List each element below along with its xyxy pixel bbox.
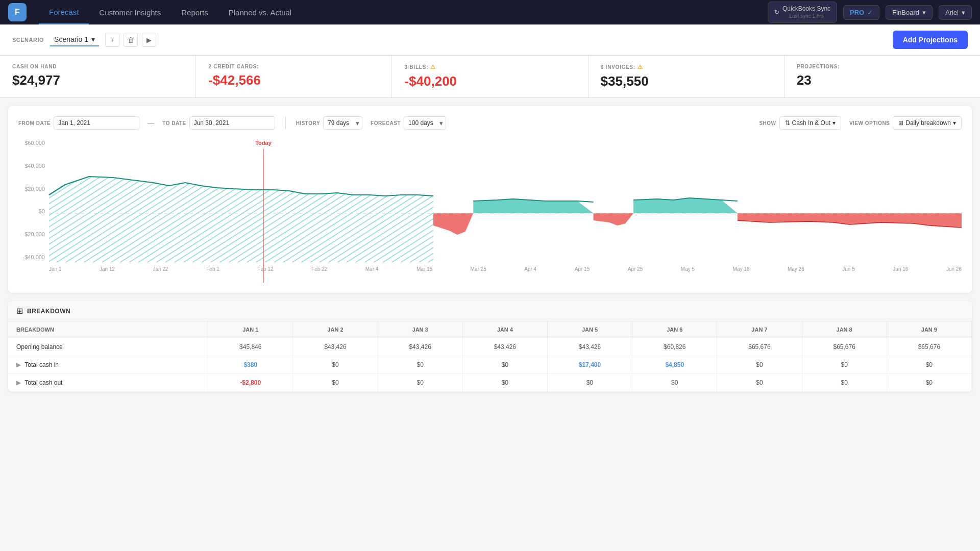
table-header: BREAKDOWN: [8, 321, 208, 338]
table-cell-label: Opening balance: [8, 338, 208, 356]
stat-value: 23: [797, 72, 968, 88]
topbar-right: ↻ QuickBooks Sync Last sync 1 hrs PRO ✓ …: [768, 2, 972, 23]
table-cell: $0: [887, 356, 971, 374]
table-header: JAN 2: [293, 321, 378, 338]
chart-svg: [49, 140, 962, 262]
table-cell: $43,426: [462, 338, 547, 356]
forecast-group: FORECAST 100 days: [371, 116, 446, 130]
scenario-actions: + 🗑 ▶: [105, 33, 156, 47]
x-axis-label: May 5: [681, 266, 695, 272]
table-row: ▶ Total cash in$380$0$0$0$17,400$4,850$0…: [8, 356, 972, 374]
chevron-down-icon: ▾: [962, 9, 965, 16]
nav-item-reports[interactable]: Reports: [171, 0, 218, 24]
view-options-selector[interactable]: ⊞ Daily breakdown ▾: [893, 116, 962, 130]
table-cell: $43,426: [547, 338, 632, 356]
x-axis-label: Jan 12: [100, 266, 115, 272]
table-cell: $0: [802, 356, 887, 374]
table-cell: $0: [462, 374, 547, 392]
expand-icon[interactable]: ▶: [16, 379, 22, 386]
table-header: JAN 3: [378, 321, 462, 338]
main-content: SCENARIO Scenario 1 ▾ + 🗑 ▶ Add Projecti…: [0, 24, 980, 551]
table-cell: $380: [208, 356, 293, 374]
nav-item-customer-insights[interactable]: Customer Insights: [89, 0, 171, 24]
check-icon: ✓: [867, 9, 873, 16]
stat-value: -$40,200: [404, 73, 575, 89]
x-axis-label: Jun 16: [893, 266, 908, 272]
chevron-down-icon: ▾: [953, 119, 956, 127]
table-header: JAN 5: [547, 321, 632, 338]
breakdown-table: BREAKDOWNJAN 1JAN 2JAN 3JAN 4JAN 5JAN 6J…: [8, 321, 972, 392]
table-cell: $45,846: [208, 338, 293, 356]
show-selector[interactable]: ⇅ Cash In & Out ▾: [779, 116, 841, 130]
nav-item-planned-vs.-actual[interactable]: Planned vs. Actual: [218, 0, 302, 24]
x-axis-label: Apr 25: [628, 266, 643, 272]
table-cell: $0: [717, 356, 802, 374]
org-selector[interactable]: FinBoard ▾: [886, 5, 933, 20]
y-axis-label: $40,000: [18, 163, 49, 169]
history-group: HISTORY 79 days: [296, 116, 362, 130]
forecast-select[interactable]: 100 days: [404, 116, 446, 130]
table-cell: $65,676: [887, 338, 971, 356]
stat-label: 6 INVOICES:⚠: [601, 64, 772, 70]
add-scenario-button[interactable]: +: [105, 33, 119, 47]
to-date-group: TO DATE: [162, 116, 275, 130]
table-cell: $4,850: [632, 356, 717, 374]
table-header: JAN 8: [802, 321, 887, 338]
table-cell: $60,826: [632, 338, 717, 356]
table-cell-label: ▶ Total cash in: [8, 356, 208, 374]
delete-scenario-button[interactable]: 🗑: [124, 33, 138, 47]
from-date-label: FROM DATE: [18, 120, 51, 126]
x-axis-label: May 26: [788, 266, 804, 272]
y-axis-label: -$40,000: [18, 254, 49, 260]
stat-value: -$42,566: [208, 72, 379, 88]
expand-icon[interactable]: ▶: [16, 361, 22, 368]
user-menu[interactable]: Ariel ▾: [939, 5, 972, 20]
to-date-input[interactable]: [189, 116, 275, 130]
table-cell: $43,426: [293, 338, 378, 356]
x-axis-label: Jun 5: [842, 266, 854, 272]
chevron-down-icon: ▾: [922, 9, 926, 16]
table-cell: $0: [378, 356, 462, 374]
table-cell: -$2,800: [208, 374, 293, 392]
table-cell: $65,676: [802, 338, 887, 356]
from-date-input[interactable]: [54, 116, 139, 130]
nav-container: ForecastCustomer InsightsReportsPlanned …: [39, 0, 302, 24]
scenario-bar: SCENARIO Scenario 1 ▾ + 🗑 ▶ Add Projecti…: [0, 24, 980, 56]
stat-card: 3 BILLS:⚠-$40,200: [392, 56, 588, 97]
date-separator: —: [148, 119, 154, 127]
stat-label: PROJECTIONS:: [797, 64, 968, 69]
divider: [285, 117, 286, 129]
table-header: JAN 7: [717, 321, 802, 338]
breakdown-title: BREAKDOWN: [27, 308, 70, 315]
table-cell: $0: [632, 374, 717, 392]
logo-icon: F: [8, 3, 27, 21]
table-cell: $43,426: [378, 338, 462, 356]
table-cell: $65,676: [717, 338, 802, 356]
stat-value: $35,550: [601, 73, 772, 89]
sync-icon: ↻: [774, 9, 779, 16]
history-select[interactable]: 79 days: [323, 116, 362, 130]
stat-value: $24,977: [12, 72, 183, 88]
table-cell: $0: [887, 374, 971, 392]
table-row: Opening balance$45,846$43,426$43,426$43,…: [8, 338, 972, 356]
y-axis-label: -$20,000: [18, 231, 49, 237]
chart-area: Today $60,000$40,000$20,000$0-$20,000-$4…: [18, 140, 962, 283]
x-axis: Jan 1Jan 12Jan 22Feb 1Feb 12Feb 22Mar 4M…: [49, 262, 962, 283]
scenario-selector[interactable]: Scenario 1 ▾: [50, 33, 99, 46]
chevron-down-icon: ▾: [832, 119, 836, 127]
chart-plot: [49, 140, 962, 262]
chart-controls: FROM DATE — TO DATE HISTORY 79 days FORE…: [18, 116, 962, 130]
view-options-label: VIEW OPTIONS: [849, 120, 890, 126]
play-scenario-button[interactable]: ▶: [142, 33, 156, 47]
show-label: SHOW: [759, 120, 776, 126]
x-axis-label: Feb 1: [206, 266, 219, 272]
stat-label: 3 BILLS:⚠: [404, 64, 575, 70]
table-cell: $0: [547, 374, 632, 392]
nav-item-forecast[interactable]: Forecast: [39, 0, 89, 24]
x-axis-label: Apr 15: [575, 266, 590, 272]
stats-bar: CASH ON HAND$24,9772 CREDIT CARDS:-$42,5…: [0, 56, 980, 98]
add-projections-button[interactable]: Add Projections: [893, 31, 968, 49]
info-icon: ⚠: [638, 64, 643, 70]
x-axis-label: Mar 15: [416, 266, 432, 272]
quickbooks-sync-button[interactable]: ↻ QuickBooks Sync Last sync 1 hrs: [768, 2, 837, 23]
